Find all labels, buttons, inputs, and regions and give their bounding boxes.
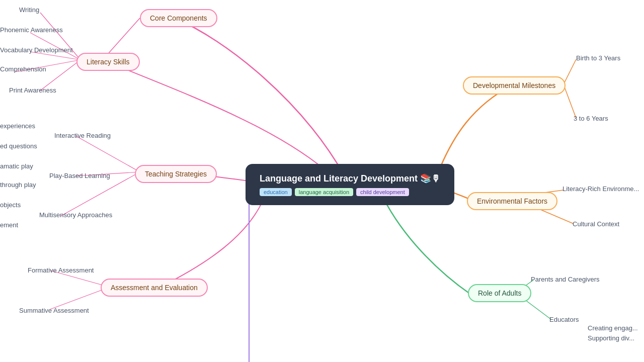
lit-rich-text: Literacy-Rich Environme...	[562, 185, 639, 193]
three6-text: 3 to 6 Years	[574, 115, 608, 122]
play-based-text: Play-Based Learning	[49, 172, 110, 179]
through-play-text: through play	[0, 181, 36, 189]
educators-text: Educators	[549, 316, 579, 323]
mind-map-canvas: Language and Literacy Development 📚🎙 edu…	[0, 0, 644, 362]
tag-language: language acquisition	[295, 188, 353, 196]
birth3-text: Birth to 3 Years	[576, 54, 620, 62]
multisensory-text: Multisensory Approaches	[39, 211, 112, 219]
formative-text: Formative Assessment	[28, 266, 94, 274]
env-factors-label: Environmental Factors	[477, 197, 547, 205]
svg-line-11	[564, 59, 576, 84]
tag-child: child development	[356, 188, 409, 196]
center-node[interactable]: Language and Literacy Development 📚🎙 edu…	[246, 164, 454, 205]
center-node-tags: education language acquisition child dev…	[260, 188, 409, 196]
parents-text: Parents and Caregivers	[531, 276, 600, 283]
center-node-label: Language and Literacy Development 📚🎙	[260, 173, 440, 184]
teaching-strategies-node[interactable]: Teaching Strategies	[135, 165, 217, 183]
objects-text: objects	[0, 201, 21, 209]
dev-milestones-node[interactable]: Developmental Milestones	[463, 76, 566, 95]
questions-text: ed questions	[0, 142, 37, 150]
svg-line-5	[40, 60, 80, 90]
creating-text: Creating engag...	[588, 324, 638, 332]
dev-milestones-label: Developmental Milestones	[473, 81, 555, 89]
vocab-text: Vocabulary Development	[0, 46, 73, 54]
env-factors-node[interactable]: Environmental Factors	[467, 192, 557, 210]
assessment-eval-node[interactable]: Assessment and Evaluation	[101, 279, 208, 297]
role-adults-label: Role of Adults	[478, 289, 521, 297]
experiences-text: experiences	[0, 122, 35, 130]
print-text: Print Awareness	[9, 86, 56, 94]
tag-education: education	[260, 188, 292, 196]
phonemic-text: Phonemic Awareness	[0, 26, 63, 34]
ement-text: ement	[0, 221, 18, 229]
cultural-text: Cultural Context	[573, 220, 619, 228]
comprehension-text: Comprehension	[0, 65, 46, 73]
summative-text: Summative Assessment	[19, 307, 89, 314]
literacy-skills-node[interactable]: Literacy Skills	[76, 53, 140, 71]
writing-text: Writing	[19, 6, 39, 14]
svg-line-12	[564, 84, 576, 118]
literacy-skills-label: Literacy Skills	[87, 58, 130, 66]
interactive-text: Interactive Reading	[54, 132, 111, 139]
svg-line-6	[75, 136, 140, 172]
supporting-text: Supporting div...	[588, 334, 634, 342]
assessment-eval-label: Assessment and Evaluation	[111, 284, 198, 292]
dramatic-text: amatic play	[0, 162, 33, 170]
teaching-strategies-label: Teaching Strategies	[145, 170, 207, 178]
role-adults-node[interactable]: Role of Adults	[468, 284, 531, 302]
core-components-node[interactable]: Core Components	[140, 9, 217, 27]
core-components-label: Core Components	[150, 14, 207, 22]
